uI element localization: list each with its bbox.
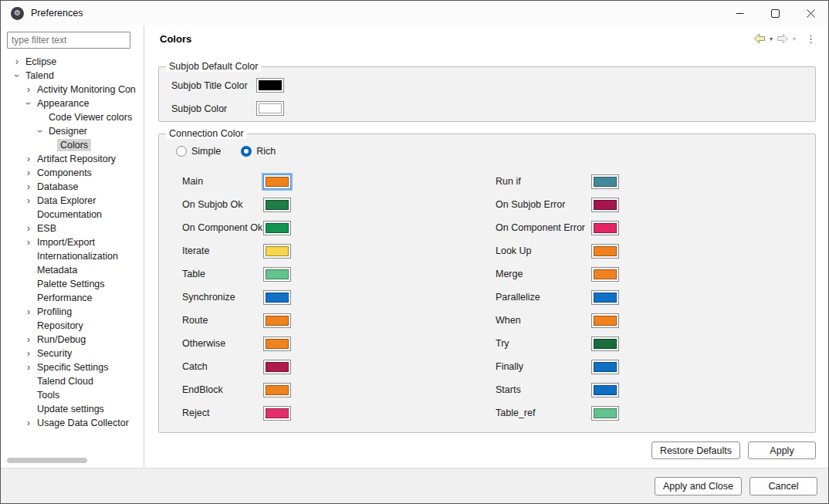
color-setting-row-subjob-color: Subjob Color	[171, 100, 815, 117]
color-setting-row-on-subjob-ok: On Subjob Ok	[182, 193, 496, 216]
color-chip	[266, 200, 289, 210]
tree-item-label: Repository	[34, 320, 86, 332]
tree-item-usage-data-collector[interactable]: ›Usage Data Collector	[1, 416, 144, 430]
tree-item-label: Appearance	[34, 97, 92, 110]
color-chip	[259, 80, 282, 90]
apply-and-close-button[interactable]: Apply and Close	[655, 477, 742, 496]
color-setting-label: Try	[496, 338, 591, 349]
color-swatch-table-ref[interactable]	[591, 406, 619, 421]
color-setting-label: Run if	[496, 176, 591, 187]
color-swatch-on-subjob-ok[interactable]	[263, 198, 291, 212]
color-swatch-merge[interactable]	[591, 267, 619, 282]
tree-item-designer[interactable]: ›Designer	[1, 124, 144, 138]
tree-item-talend[interactable]: ›Talend	[1, 69, 144, 83]
tree-item-documentation[interactable]: Documentation	[1, 208, 144, 222]
close-button[interactable]	[793, 1, 828, 25]
apply-button[interactable]: Apply	[748, 441, 816, 459]
titlebar[interactable]: ⚙ Preferences	[1, 1, 828, 25]
color-chip	[594, 293, 617, 303]
chevron-expanded-icon[interactable]: ›	[24, 98, 33, 109]
minimize-button[interactable]	[722, 1, 757, 25]
tree-item-performance[interactable]: Performance	[1, 291, 144, 305]
color-swatch-subjob-color[interactable]	[256, 101, 284, 116]
tree-item-run-debug[interactable]: ›Run/Debug	[1, 333, 144, 347]
chevron-collapsed-icon[interactable]: ›	[23, 154, 34, 164]
chevron-collapsed-icon[interactable]: ›	[23, 224, 34, 233]
color-swatch-synchronize[interactable]	[263, 290, 291, 305]
restore-defaults-button[interactable]: Restore Defaults	[651, 441, 740, 459]
color-swatch-on-component-ok[interactable]	[263, 221, 291, 235]
tree-item-artifact-repository[interactable]: ›Artifact Repository	[1, 152, 144, 166]
chevron-expanded-icon[interactable]: ›	[12, 70, 22, 81]
tree-item-colors[interactable]: Colors	[1, 138, 144, 152]
color-swatch-finally[interactable]	[591, 360, 619, 374]
color-setting-row-endblock: EndBlock	[182, 378, 496, 401]
tree-item-metadata[interactable]: Metadata	[1, 263, 144, 277]
view-menu-icon[interactable]: ⋮	[798, 33, 821, 45]
tree-item-eclipse[interactable]: ›Eclipse	[1, 55, 144, 69]
color-swatch-on-component-error[interactable]	[591, 221, 619, 235]
tree-item-tools[interactable]: Tools	[1, 388, 144, 402]
color-swatch-starts[interactable]	[591, 383, 619, 397]
back-dropdown-icon[interactable]: ▾	[767, 36, 775, 42]
chevron-collapsed-icon[interactable]: ›	[23, 182, 34, 191]
color-swatch-subjob-title-color[interactable]	[256, 78, 284, 93]
tree-item-internationalization[interactable]: Internationalization	[1, 249, 144, 263]
color-swatch-on-subjob-error[interactable]	[591, 198, 619, 212]
tree-item-palette-settings[interactable]: Palette Settings	[1, 277, 144, 291]
tree-item-profiling[interactable]: ›Profiling	[1, 305, 144, 319]
color-swatch-route[interactable]	[263, 313, 291, 328]
color-chip	[594, 223, 617, 233]
chevron-collapsed-icon[interactable]: ›	[23, 335, 34, 344]
color-swatch-parallelize[interactable]	[591, 290, 619, 305]
group-title: Connection Color	[166, 128, 247, 139]
cancel-button[interactable]: Cancel	[749, 477, 817, 496]
chevron-collapsed-icon[interactable]: ›	[12, 57, 22, 66]
color-swatch-main[interactable]	[263, 174, 291, 189]
color-swatch-iterate[interactable]	[263, 244, 291, 259]
chevron-collapsed-icon[interactable]: ›	[23, 418, 34, 428]
tree-horizontal-scrollbar[interactable]	[7, 458, 137, 463]
color-swatch-table[interactable]	[263, 267, 291, 282]
color-swatch-endblock[interactable]	[263, 383, 291, 397]
tree-item-code-viewer-colors[interactable]: Code Viewer colors	[1, 110, 144, 124]
tree-item-data-explorer[interactable]: ›Data Explorer	[1, 194, 144, 208]
chevron-collapsed-icon[interactable]: ›	[23, 363, 34, 372]
color-swatch-when[interactable]	[591, 313, 619, 328]
forward-dropdown-icon[interactable]: ▾	[790, 36, 798, 42]
color-swatch-look-up[interactable]	[591, 244, 619, 259]
chevron-collapsed-icon[interactable]: ›	[23, 196, 34, 205]
tree-item-database[interactable]: ›Database	[1, 180, 144, 194]
color-swatch-catch[interactable]	[263, 360, 291, 374]
color-setting-label: Table	[182, 269, 263, 279]
chevron-collapsed-icon[interactable]: ›	[23, 85, 34, 94]
color-swatch-try[interactable]	[591, 337, 619, 351]
color-setting-row-parallelize: Parallelize	[496, 286, 815, 309]
tree-item-activity-monitoring-con[interactable]: ›Activity Monitoring Con	[1, 83, 144, 96]
tree-item-repository[interactable]: Repository	[1, 319, 144, 333]
color-swatch-run-if[interactable]	[591, 174, 619, 189]
back-button[interactable]	[752, 30, 767, 47]
chevron-collapsed-icon[interactable]: ›	[23, 349, 34, 358]
chevron-collapsed-icon[interactable]: ›	[23, 307, 34, 316]
tree-item-appearance[interactable]: ›Appearance	[1, 96, 144, 110]
maximize-button[interactable]	[757, 1, 793, 25]
tree-item-update-settings[interactable]: Update settings	[1, 402, 144, 416]
tree-item-esb[interactable]: ›ESB	[1, 222, 144, 235]
chevron-collapsed-icon[interactable]: ›	[23, 168, 34, 178]
tree-item-import-export[interactable]: ›Import/Export	[1, 235, 144, 249]
scrollbar-thumb[interactable]	[7, 458, 87, 463]
filter-input[interactable]	[7, 32, 130, 49]
radio-rich[interactable]: Rich	[241, 146, 276, 157]
tree-item-talend-cloud[interactable]: Talend Cloud	[1, 374, 144, 388]
tree-item-specific-settings[interactable]: ›Specific Settings	[1, 360, 144, 374]
radio-simple[interactable]: Simple	[176, 146, 221, 157]
tree-item-label: Import/Export	[34, 236, 98, 249]
chevron-expanded-icon[interactable]: ›	[36, 126, 45, 137]
forward-button[interactable]	[775, 30, 790, 47]
color-swatch-otherwise[interactable]	[263, 337, 291, 351]
tree-item-components[interactable]: ›Components	[1, 166, 144, 180]
chevron-collapsed-icon[interactable]: ›	[23, 238, 34, 247]
color-swatch-reject[interactable]	[263, 406, 291, 421]
tree-item-security[interactable]: ›Security	[1, 347, 144, 360]
